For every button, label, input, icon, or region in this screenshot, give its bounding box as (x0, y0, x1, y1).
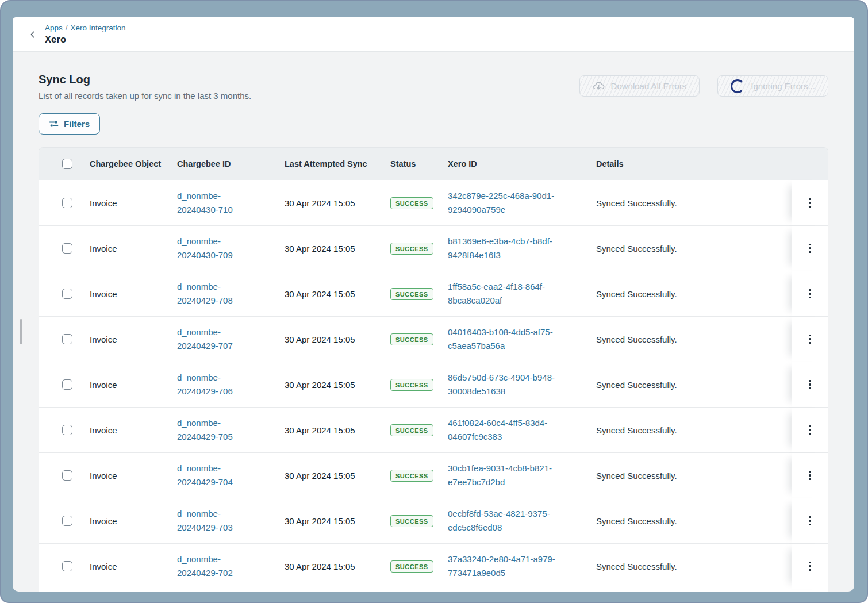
chargebee-id-link[interactable]: d_nonmbe-20240429-708 (177, 280, 247, 308)
status-badge: SUCCESS (390, 333, 433, 345)
row-checkbox[interactable] (62, 516, 72, 526)
chargebee-id-link[interactable]: d_nonmbe-20240429-706 (177, 371, 247, 398)
back-button[interactable] (25, 27, 40, 42)
chargebee-id-link[interactable]: d_nonmbe-20240429-707 (177, 325, 247, 353)
breadcrumb: Apps / Xero Integration (45, 24, 126, 32)
spinner-icon (731, 79, 744, 93)
chargebee-id-link[interactable]: d_nonmbe-20240429-704 (177, 462, 247, 489)
status-badge: SUCCESS (390, 424, 433, 436)
table-row: Invoice d_nonmbe-20240429-706 30 Apr 202… (39, 362, 828, 407)
kebab-menu-icon[interactable] (804, 375, 816, 394)
row-actions-cell (792, 408, 828, 452)
row-checkbox-cell (39, 379, 90, 390)
chargebee-id-link[interactable]: d_nonmbe-20240429-705 (177, 416, 247, 444)
chargebee-object-cell: Invoice (90, 289, 177, 299)
download-all-errors-button[interactable]: Download All Errors (579, 75, 700, 97)
kebab-menu-icon[interactable] (804, 239, 816, 258)
ignoring-errors-label: Ignoring Errors... (751, 81, 815, 91)
row-checkbox[interactable] (62, 198, 72, 208)
row-checkbox[interactable] (62, 289, 72, 299)
xero-id-link[interactable]: 37a33240-2e80-4a71-a979-773471a9e0d5 (448, 552, 573, 580)
table-row-partial (39, 589, 828, 592)
xero-id-link[interactable]: 86d5750d-673c-4904-b948-30008de51638 (448, 371, 573, 398)
chargebee-id-link[interactable]: d_nonmbe-20240430-709 (177, 235, 247, 262)
status-badge: SUCCESS (390, 243, 433, 255)
xero-id-link[interactable]: 04016403-b108-4dd5-af75-c5aea57ba56a (448, 325, 573, 353)
row-checkbox[interactable] (62, 379, 72, 390)
row-actions-cell (792, 498, 828, 543)
filters-button[interactable]: Filters (39, 113, 100, 135)
last-attempted-sync-cell: 30 Apr 2024 15:05 (285, 380, 390, 390)
cloud-download-icon (593, 80, 605, 92)
kebab-menu-icon[interactable] (804, 285, 816, 304)
table-row: Invoice d_nonmbe-20240429-702 30 Apr 202… (39, 543, 828, 589)
kebab-menu-icon[interactable] (804, 466, 816, 485)
last-attempted-sync-cell: 30 Apr 2024 15:05 (285, 289, 390, 299)
scrollbar-thumb[interactable] (20, 319, 22, 344)
xero-id-link[interactable]: 342c879e-225c-468a-90d1-9294090a759e (448, 189, 573, 217)
row-actions-cell (792, 180, 828, 225)
col-header-details: Details (596, 159, 792, 168)
details-cell: Synced Successfully. (596, 562, 792, 571)
chargebee-object-cell: Invoice (90, 425, 177, 435)
row-actions-cell (792, 226, 828, 271)
header-checkbox-cell (39, 159, 90, 169)
kebab-menu-icon[interactable] (804, 194, 816, 213)
xero-id-link[interactable]: 461f0824-60c4-4ff5-83d4-04607fc9c383 (448, 416, 573, 444)
status-badge: SUCCESS (390, 470, 433, 482)
row-checkbox[interactable] (62, 470, 72, 481)
row-checkbox[interactable] (62, 425, 72, 435)
page-title: Xero (45, 34, 126, 45)
row-actions-cell (792, 453, 828, 498)
status-badge: SUCCESS (390, 515, 433, 527)
row-actions-cell (792, 362, 828, 407)
col-header-chargebee-id: Chargebee ID (177, 159, 285, 168)
table-row: Invoice d_nonmbe-20240430-709 30 Apr 202… (39, 225, 828, 271)
details-cell: Synced Successfully. (596, 471, 792, 481)
header-text: Apps / Xero Integration Xero (45, 24, 126, 45)
sync-log-table: Chargebee Object Chargebee ID Last Attem… (39, 147, 828, 592)
ignoring-errors-button[interactable]: Ignoring Errors... (717, 75, 828, 97)
row-checkbox[interactable] (62, 334, 72, 344)
last-attempted-sync-cell: 30 Apr 2024 15:05 (285, 562, 390, 571)
xero-id-link[interactable]: 30cb1fea-9031-4cb8-b821-e7ee7bc7d2bd (448, 462, 573, 489)
chargebee-object-cell: Invoice (90, 198, 177, 208)
table-row: Invoice d_nonmbe-20240430-710 30 Apr 202… (39, 180, 828, 225)
chargebee-id-link[interactable]: d_nonmbe-20240430-710 (177, 189, 247, 217)
chargebee-object-cell: Invoice (90, 380, 177, 390)
kebab-menu-icon[interactable] (804, 421, 816, 440)
chargebee-object-cell: Invoice (90, 562, 177, 571)
breadcrumb-separator: / (66, 24, 68, 32)
xero-id-link[interactable]: 0ecbf8fd-53ae-4821-9375-edc5c8f6ed08 (448, 507, 573, 535)
row-actions-cell (792, 271, 828, 316)
last-attempted-sync-cell: 30 Apr 2024 15:05 (285, 335, 390, 344)
details-cell: Synced Successfully. (596, 198, 792, 208)
row-checkbox-cell (39, 198, 90, 208)
chevron-left-icon (28, 30, 37, 39)
window-frame: Apps / Xero Integration Xero Sync Log Li… (0, 0, 868, 603)
col-header-chargebee-object: Chargebee Object (90, 159, 177, 168)
row-checkbox-cell (39, 470, 90, 481)
breadcrumb-current-link[interactable]: Xero Integration (71, 24, 126, 32)
col-header-last-attempted-sync: Last Attempted Sync (285, 159, 390, 168)
row-checkbox[interactable] (62, 243, 72, 254)
last-attempted-sync-cell: 30 Apr 2024 15:05 (285, 244, 390, 254)
header-actions-cell (792, 148, 828, 180)
toolbar-buttons: Download All Errors Ignoring Errors... (579, 75, 828, 97)
row-checkbox-cell (39, 425, 90, 435)
xero-id-link[interactable]: 1ff58a5c-eaa2-4f18-864f-8bca8ca020af (448, 280, 573, 308)
chargebee-id-link[interactable]: d_nonmbe-20240429-702 (177, 552, 247, 580)
kebab-menu-icon[interactable] (804, 330, 816, 349)
row-actions-cell (792, 544, 828, 589)
kebab-menu-icon[interactable] (804, 557, 816, 576)
table-body: Invoice d_nonmbe-20240430-710 30 Apr 202… (39, 180, 828, 589)
row-checkbox-cell (39, 516, 90, 526)
select-all-checkbox[interactable] (62, 159, 72, 169)
xero-id-link[interactable]: b81369e6-e3ba-4cb7-b8df-9428f84e16f3 (448, 235, 573, 262)
status-badge: SUCCESS (390, 560, 433, 573)
kebab-menu-icon[interactable] (804, 512, 816, 531)
table-row: Invoice d_nonmbe-20240429-708 30 Apr 202… (39, 271, 828, 316)
breadcrumb-apps-link[interactable]: Apps (45, 24, 63, 32)
chargebee-id-link[interactable]: d_nonmbe-20240429-703 (177, 507, 247, 535)
row-checkbox[interactable] (62, 561, 72, 571)
